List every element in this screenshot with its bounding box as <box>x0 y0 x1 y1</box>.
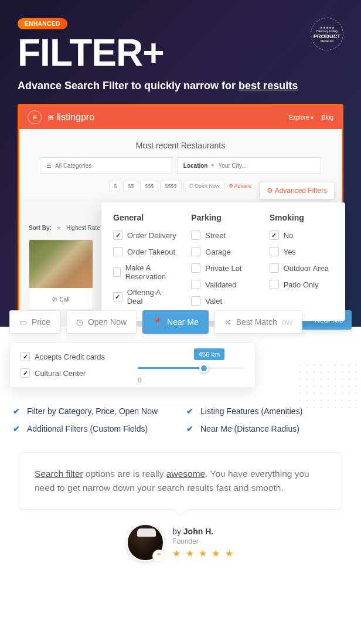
clock-icon: ◷ <box>76 317 83 327</box>
checkbox[interactable] <box>191 263 200 273</box>
check-label: Cultural Center <box>35 369 86 378</box>
checkbox[interactable] <box>113 247 122 256</box>
crosshair-icon: ⌖ <box>211 162 214 169</box>
sliders-icon: ⚙ <box>267 187 273 195</box>
filter-col-smoking: Smoking <box>270 213 333 222</box>
author-role: Founder <box>172 537 234 545</box>
feature-item: ✔Near Me (Distance Radius) <box>186 424 348 433</box>
filter-option-label: Order Delivery <box>127 231 176 240</box>
checkbox[interactable] <box>191 280 200 289</box>
list-icon: ☰ <box>46 162 52 169</box>
page-title: FILTER+ <box>18 34 343 72</box>
filter-option-label: Street <box>205 231 226 240</box>
feature-list: ✔Filter by Category, Price, Open Now✔Lis… <box>9 406 352 433</box>
nav-explore[interactable]: Explore ▾ <box>289 114 314 121</box>
check-icon: ✔ <box>186 406 193 416</box>
checkbox[interactable] <box>270 280 279 289</box>
filter-option-label: Outdoor Area <box>284 264 329 273</box>
check-icon: ✔ <box>186 424 193 433</box>
product-badge: ★★★★★ Directory Listing PRODUCT Market F… <box>311 18 343 50</box>
price-2[interactable]: $$ <box>123 181 138 191</box>
nav-blog[interactable]: Blog <box>322 114 333 121</box>
pin-icon: 📍 <box>152 317 162 327</box>
hero: ENHANCED ★★★★★ Directory Listing PRODUCT… <box>0 0 361 327</box>
logo: ≋ listingpro <box>47 112 94 123</box>
filter-option-label: Patio Only <box>284 280 319 289</box>
mockup-heading: Most recent Restaurants <box>29 141 332 150</box>
distance-slider[interactable]: 0 <box>138 367 244 369</box>
checkbox[interactable] <box>113 292 122 301</box>
app-mockup: ≡ ≋ listingpro Explore ▾ Blog Most recen… <box>18 104 343 327</box>
check-icon: ✔ <box>13 406 20 416</box>
author-name: by John H. <box>172 527 234 536</box>
listing-thumbnail <box>29 240 93 288</box>
secondary-filters: ▭Price ◷Open Now 📍Near Me ⤭Best Matchow … <box>0 327 361 561</box>
checkbox[interactable] <box>270 231 279 240</box>
feature-item: ✔Filter by Category, Price, Open Now <box>13 406 175 416</box>
category-select[interactable]: ☰ All Categories <box>40 157 172 174</box>
menu-icon[interactable]: ≡ <box>28 110 42 124</box>
filter-option-label: No <box>284 231 294 240</box>
best-match-pill[interactable]: ⤭Best Matchow <box>214 310 302 334</box>
advanced-filter-panel: General Order DeliveryOrder TakeoutMake … <box>101 202 345 321</box>
feature-item: ✔Listing Features (Amenities) <box>186 406 348 416</box>
checkbox[interactable] <box>21 368 30 378</box>
mockup-topbar: ≡ ≋ listingpro Explore ▾ Blog <box>19 106 342 129</box>
location-input[interactable]: Location ⌖ Your City... <box>177 157 321 174</box>
check-icon: ✔ <box>13 424 20 433</box>
checkbox[interactable] <box>113 267 121 277</box>
filter-option-label: Offering A Deal <box>127 288 178 306</box>
shuffle-icon: ⤭ <box>224 317 231 327</box>
advanced-filters-button[interactable]: ⚙ Advanced Filters <box>259 182 335 199</box>
feature-item: ✔Additional Filters (Custom Fields) <box>13 424 175 433</box>
checkbox[interactable] <box>270 247 279 256</box>
checkbox[interactable] <box>21 352 30 361</box>
checkbox[interactable] <box>191 247 200 256</box>
filter-option-label: Order Takeout <box>127 248 175 256</box>
checkbox[interactable] <box>270 263 279 273</box>
filter-option-label: Validated <box>205 280 236 289</box>
open-now-pill[interactable]: ◷Open Now <box>66 310 137 334</box>
filter-option-label: Yes <box>284 248 296 256</box>
near-me-pill[interactable]: 📍Near Me <box>142 310 209 334</box>
price-4[interactable]: $$$$ <box>160 181 181 191</box>
checkbox[interactable] <box>191 296 200 306</box>
testimonial-author: ” by John H. Founder ★ ★ ★ ★ ★ <box>9 524 352 561</box>
price-3[interactable]: $$$ <box>140 181 158 191</box>
call-button[interactable]: ✆ Call <box>29 288 93 310</box>
filter-option-label: Make A Reservation <box>125 263 178 281</box>
extra-filters-card: Accepts Credit cards Cultural Center 456… <box>9 342 256 388</box>
star-icon: ☆ <box>56 225 62 231</box>
filter-option-label: Garage <box>205 248 230 256</box>
phone-icon: ✆ <box>52 296 57 303</box>
filter-col-general: General <box>113 213 177 222</box>
price-1[interactable]: $ <box>109 181 121 191</box>
adv-chip[interactable]: ⚙ Advanc <box>229 183 252 189</box>
testimonial-text: Search filter options are is really awes… <box>35 467 326 495</box>
quote-icon: ” <box>152 550 165 562</box>
open-now-chip[interactable]: ⏱ Open Now <box>183 181 224 191</box>
sort-by: Sort By: ☆ Highest Rate <box>29 225 100 231</box>
slider-value: 456 km <box>194 348 224 360</box>
checkbox[interactable] <box>113 231 122 240</box>
check-label: Accepts Credit cards <box>35 352 105 361</box>
listing-card[interactable]: ✆ Call <box>29 239 93 310</box>
star-rating: ★ ★ ★ ★ ★ <box>172 548 234 559</box>
tag-icon: ▭ <box>19 317 27 327</box>
checkbox[interactable] <box>191 231 200 240</box>
price-pill[interactable]: ▭Price <box>9 310 60 334</box>
layers-icon: ≋ <box>47 113 55 122</box>
slider-thumb[interactable] <box>199 364 209 373</box>
testimonial-card: Search filter options are is really awes… <box>19 452 342 510</box>
enhanced-badge: ENHANCED <box>18 18 67 29</box>
filter-col-parking: Parking <box>191 213 255 222</box>
subtitle: Advance Search Filter to quickly narrow … <box>18 80 343 92</box>
filter-option-label: Private Lot <box>205 264 241 273</box>
filter-option-label: Valet <box>205 297 222 306</box>
